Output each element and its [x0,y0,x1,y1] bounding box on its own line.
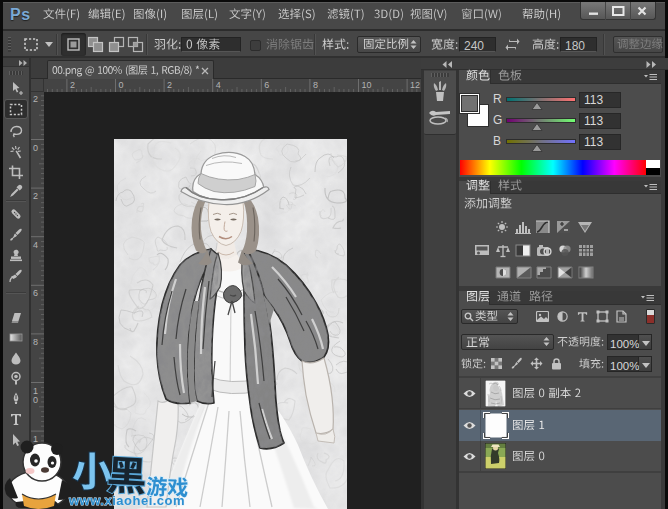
svg-text:8: 8 [33,337,38,347]
svg-text:6: 6 [33,288,38,298]
svg-text:0: 0 [119,80,124,90]
svg-text:www.xiaohei.com: www.xiaohei.com [68,493,185,508]
svg-text:10: 10 [362,80,372,90]
svg-text:4: 4 [33,240,38,250]
svg-text:2: 2 [167,80,172,90]
svg-text:2: 2 [33,191,38,201]
svg-text:12: 12 [410,80,420,90]
svg-text:4: 4 [216,80,221,90]
svg-text:8: 8 [313,80,318,90]
svg-text:6: 6 [264,80,269,90]
svg-text:2: 2 [70,80,75,90]
svg-text:2: 2 [33,94,38,104]
svg-text:0: 0 [33,395,38,405]
svg-text:0: 0 [33,143,38,153]
